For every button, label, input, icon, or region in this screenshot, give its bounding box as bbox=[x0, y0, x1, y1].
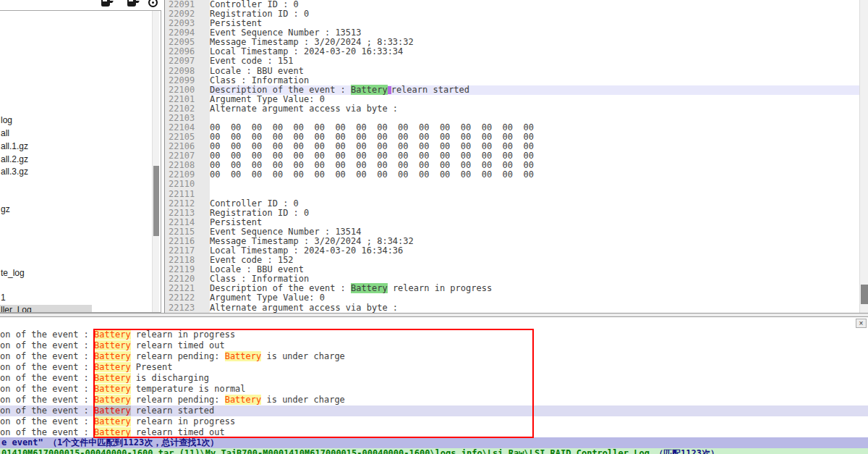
editor-line[interactable]: 22110 bbox=[165, 180, 859, 189]
file-tree-item[interactable]: ller_Log bbox=[0, 305, 92, 313]
result-text: relearn timed out bbox=[131, 427, 225, 437]
search-summary[interactable]: e event" （1个文件中匹配到1123次，总计查找1次） bbox=[0, 437, 868, 448]
log-editor[interactable]: 22091Controller ID : 022092Registration … bbox=[164, 0, 859, 313]
file-tree-item[interactable]: 1 bbox=[0, 293, 6, 303]
file-tree-item[interactable]: all.1.gz bbox=[0, 141, 28, 151]
result-text: relearn pending: bbox=[131, 351, 225, 361]
line-code: Event Sequence Number : 13514 bbox=[210, 227, 859, 237]
editor-scrollbar-thumb[interactable] bbox=[861, 285, 868, 304]
search-result-row[interactable]: on of the event : Battery temperature is… bbox=[0, 384, 868, 395]
result-prefix: on of the event : bbox=[0, 329, 94, 340]
line-number: 22098 bbox=[165, 67, 210, 76]
search-result-row[interactable]: on of the event : Battery relearn timed … bbox=[0, 427, 868, 438]
line-code: Alternate argument access via byte : bbox=[210, 104, 859, 114]
result-text: is under charge bbox=[261, 351, 345, 361]
editor-line[interactable]: 22100Description of the event : Batteryr… bbox=[165, 85, 859, 95]
editor-line[interactable]: 22092Registration ID : 0 bbox=[165, 9, 859, 19]
editor-line[interactable]: 22115Event Sequence Number : 13514 bbox=[165, 227, 859, 237]
export-log-icon[interactable] bbox=[101, 0, 114, 9]
line-number: 22101 bbox=[165, 95, 210, 104]
line-number: 22114 bbox=[165, 218, 210, 227]
editor-line[interactable]: 22098Locale : BBU event bbox=[165, 67, 859, 76]
export-log-2-icon[interactable] bbox=[127, 0, 140, 9]
editor-line[interactable]: 22123Alternate argument access via byte … bbox=[165, 303, 859, 313]
result-prefix: on of the event : bbox=[0, 416, 94, 426]
result-match: Battery bbox=[94, 351, 131, 361]
line-number: 22110 bbox=[165, 180, 210, 189]
editor-line[interactable]: 22113Registration ID : 0 bbox=[165, 209, 859, 218]
result-prefix: on of the event : bbox=[0, 405, 94, 416]
search-result-row[interactable]: on of the event : Battery is discharging bbox=[0, 373, 868, 384]
result-text: relearn pending: bbox=[131, 395, 225, 405]
result-match: Battery bbox=[94, 373, 131, 383]
search-result-row[interactable]: on of the event : Battery relearn in pro… bbox=[0, 329, 868, 340]
result-prefix: on of the event : bbox=[0, 340, 94, 350]
line-text: relearn in progress bbox=[388, 283, 493, 293]
editor-line[interactable]: 22122Argument Type Value: 0 bbox=[165, 293, 859, 303]
line-number: 22123 bbox=[165, 303, 210, 313]
result-prefix: on of the event : bbox=[0, 362, 94, 372]
result-match: Battery bbox=[94, 395, 131, 405]
search-file-path-line[interactable]: 01410M617000015-00040000-1600.tar (11)\M… bbox=[0, 448, 868, 454]
sidebar-scrollbar[interactable] bbox=[152, 11, 159, 312]
result-match: Battery bbox=[94, 362, 131, 372]
file-tree-item[interactable]: all.3.gz bbox=[0, 167, 28, 177]
search-result-row[interactable]: on of the event : Battery relearn pendin… bbox=[0, 351, 868, 362]
line-number: 22112 bbox=[165, 199, 210, 209]
editor-line[interactable]: 22102Alternate argument access via byte … bbox=[165, 104, 859, 114]
file-tree-item[interactable]: all.2.gz bbox=[0, 154, 28, 164]
line-number: 22100 bbox=[165, 85, 210, 95]
result-match: Battery bbox=[225, 395, 262, 405]
result-prefix: on of the event : bbox=[0, 351, 94, 361]
line-code: Alternate argument access via byte : bbox=[210, 303, 859, 313]
line-code: Argument Type Value: 0 bbox=[210, 293, 859, 303]
line-number: 22111 bbox=[165, 190, 210, 199]
search-result-row[interactable]: on of the event : Battery Present bbox=[0, 362, 868, 373]
result-text: temperature is normal bbox=[131, 384, 246, 394]
line-text: relearn started bbox=[391, 85, 469, 95]
line-code: Controller ID : 0 bbox=[210, 199, 859, 209]
result-match: Battery bbox=[225, 351, 262, 361]
result-prefix: on of the event : bbox=[0, 384, 94, 394]
line-code bbox=[210, 190, 859, 199]
file-tree-item[interactable]: all bbox=[0, 128, 9, 138]
editor-line[interactable]: 22097Event code : 151 bbox=[165, 56, 859, 66]
match-count-text: （匹配1123次） bbox=[655, 448, 719, 454]
line-code: Local Timestamp : 2024-03-20 16:34:36 bbox=[210, 246, 859, 256]
line-text: Description of the event : bbox=[210, 283, 351, 293]
result-prefix: on of the event : bbox=[0, 373, 94, 383]
search-result-row[interactable]: on of the event : Battery relearn starte… bbox=[0, 405, 868, 416]
editor-line[interactable]: 22101Argument Type Value: 0 bbox=[165, 95, 859, 104]
editor-scrollbar[interactable] bbox=[859, 0, 868, 313]
line-code: Registration ID : 0 bbox=[210, 9, 859, 19]
editor-line[interactable]: 22114Persistent bbox=[165, 218, 859, 227]
close-icon[interactable]: × bbox=[856, 319, 867, 328]
file-tree-item[interactable]: log bbox=[0, 115, 12, 125]
editor-line[interactable]: 22112Controller ID : 0 bbox=[165, 199, 859, 209]
line-code: Registration ID : 0 bbox=[210, 209, 859, 218]
result-text: relearn in progress bbox=[131, 329, 236, 340]
file-tree-panel: logallall.1.gzall.2.gzall.3.gzgzte_log1l… bbox=[0, 10, 161, 313]
search-result-row[interactable]: on of the event : Battery relearn in pro… bbox=[0, 416, 868, 427]
result-match: Battery bbox=[94, 340, 131, 350]
search-result-row[interactable]: on of the event : Battery relearn timed … bbox=[0, 340, 868, 351]
locate-target-icon[interactable] bbox=[147, 0, 160, 9]
result-match: Battery bbox=[94, 427, 131, 437]
file-tree-item[interactable]: gz bbox=[0, 204, 10, 214]
result-match: Battery bbox=[94, 405, 131, 416]
toolbar bbox=[0, 0, 161, 10]
result-prefix: on of the event : bbox=[0, 395, 94, 405]
file-tree-item[interactable]: te_log bbox=[0, 268, 25, 278]
search-result-row[interactable]: on of the event : Battery relearn pendin… bbox=[0, 395, 868, 405]
sidebar-scrollbar-thumb[interactable] bbox=[153, 166, 159, 236]
line-number: 22097 bbox=[165, 56, 210, 66]
line-number: 22099 bbox=[165, 76, 210, 85]
search-match-highlight: Battery bbox=[351, 283, 388, 293]
result-prefix: on of the event : bbox=[0, 427, 94, 437]
line-code: Locale : BBU event bbox=[210, 67, 859, 76]
line-code: 00 00 00 00 00 00 00 00 00 00 00 00 00 0… bbox=[210, 170, 859, 180]
editor-line[interactable]: 2210900 00 00 00 00 00 00 00 00 00 00 00… bbox=[165, 170, 859, 180]
file-path-text: 01410M617000015-00040000-1600.tar (11)\M… bbox=[1, 448, 655, 454]
editor-line[interactable]: 22111 bbox=[165, 190, 859, 199]
line-code: Description of the event : Batteryrelear… bbox=[210, 85, 859, 95]
